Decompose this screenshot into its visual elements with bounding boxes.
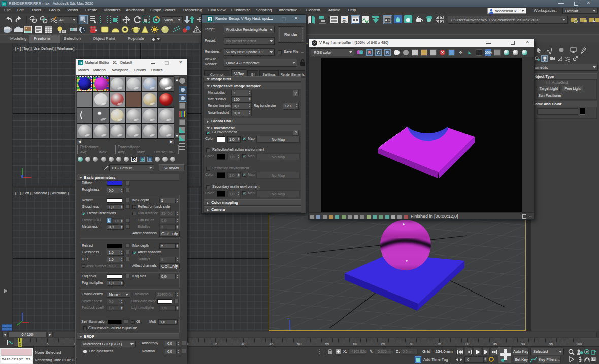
svg-text:z: z xyxy=(287,317,289,321)
